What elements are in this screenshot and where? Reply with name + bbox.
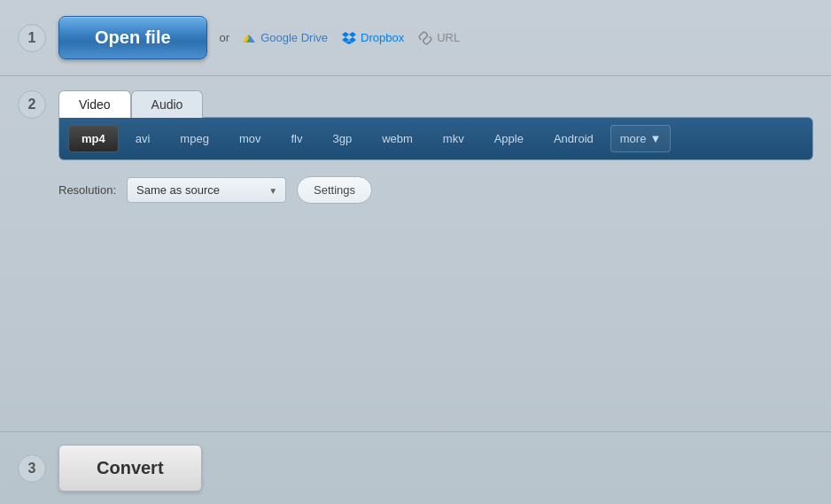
- step-2-circle: 2: [18, 90, 46, 119]
- format-3gp[interactable]: 3gp: [319, 125, 365, 152]
- resolution-label: Resolution:: [58, 183, 116, 197]
- dropbox-label: Dropbox: [361, 31, 404, 44]
- format-mkv[interactable]: mkv: [430, 125, 478, 152]
- format-flv[interactable]: flv: [277, 125, 315, 152]
- format-buttons: mp4 avi mpeg mov flv 3gp webm mkv Apple …: [68, 125, 804, 152]
- format-selector-box: mp4 avi mpeg mov flv 3gp webm mkv Apple …: [58, 117, 813, 160]
- more-chevron-icon: ▼: [649, 132, 661, 145]
- step-3-circle: 3: [18, 454, 46, 483]
- format-mpeg[interactable]: mpeg: [167, 125, 222, 152]
- main-container: 1 Open file or Google Drive: [0, 0, 831, 504]
- google-drive-label: Google Drive: [260, 31, 328, 44]
- section-1: 1 Open file or Google Drive: [0, 0, 831, 76]
- source-links: Google Drive Dropbox: [242, 31, 460, 45]
- format-mov[interactable]: mov: [226, 125, 275, 152]
- settings-button[interactable]: Settings: [297, 176, 372, 204]
- format-panel: Video Audio mp4 avi mpeg mov flv 3gp web…: [58, 90, 813, 204]
- more-label: more: [620, 132, 647, 145]
- resolution-row: Resolution: Same as source 1080p 720p 48…: [58, 176, 813, 204]
- url-link[interactable]: URL: [418, 31, 460, 45]
- dropbox-link[interactable]: Dropbox: [342, 31, 404, 45]
- format-avi[interactable]: avi: [122, 125, 164, 152]
- or-text: or: [220, 31, 230, 44]
- section-2: 2 Video Audio mp4 avi mpeg mov flv 3gp: [0, 76, 831, 432]
- google-drive-link[interactable]: Google Drive: [242, 31, 328, 45]
- convert-button[interactable]: Convert: [58, 445, 202, 492]
- section-2-inner: 2 Video Audio mp4 avi mpeg mov flv 3gp: [18, 90, 813, 204]
- dropbox-icon: [342, 31, 356, 45]
- open-file-button[interactable]: Open file: [58, 16, 207, 59]
- tab-bar: Video Audio: [58, 90, 813, 118]
- format-mp4[interactable]: mp4: [68, 125, 119, 152]
- format-android[interactable]: Android: [540, 125, 607, 152]
- format-more-button[interactable]: more ▼: [610, 125, 672, 152]
- format-apple[interactable]: Apple: [481, 125, 537, 152]
- tab-video[interactable]: Video: [58, 90, 131, 118]
- tab-audio[interactable]: Audio: [131, 90, 204, 118]
- section-3: 3 Convert: [0, 432, 831, 504]
- url-icon: [418, 31, 432, 45]
- google-drive-icon: [242, 31, 256, 45]
- format-webm[interactable]: webm: [369, 125, 426, 152]
- resolution-select[interactable]: Same as source 1080p 720p 480p 360p: [127, 177, 286, 203]
- resolution-wrapper: Same as source 1080p 720p 480p 360p: [127, 177, 286, 203]
- svg-line-4: [423, 36, 427, 40]
- url-label: URL: [437, 31, 460, 44]
- step-1-circle: 1: [18, 24, 46, 52]
